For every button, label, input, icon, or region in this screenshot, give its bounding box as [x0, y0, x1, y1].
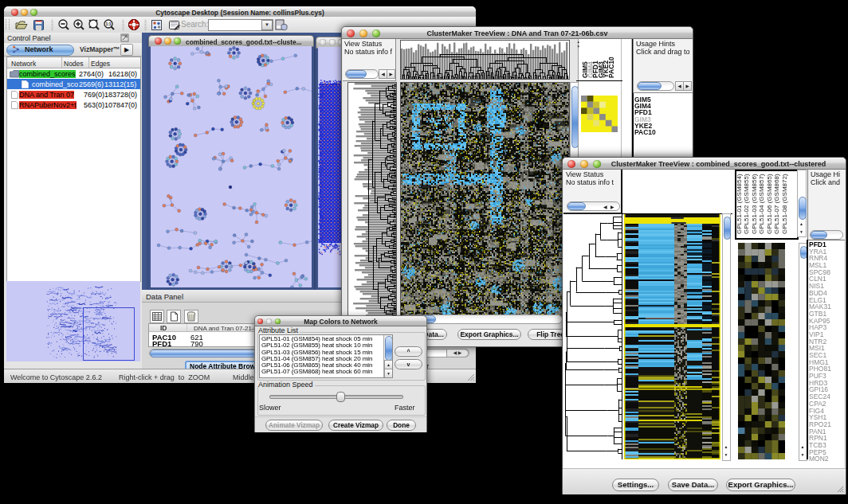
- svg-text:1:1: 1:1: [105, 21, 111, 26]
